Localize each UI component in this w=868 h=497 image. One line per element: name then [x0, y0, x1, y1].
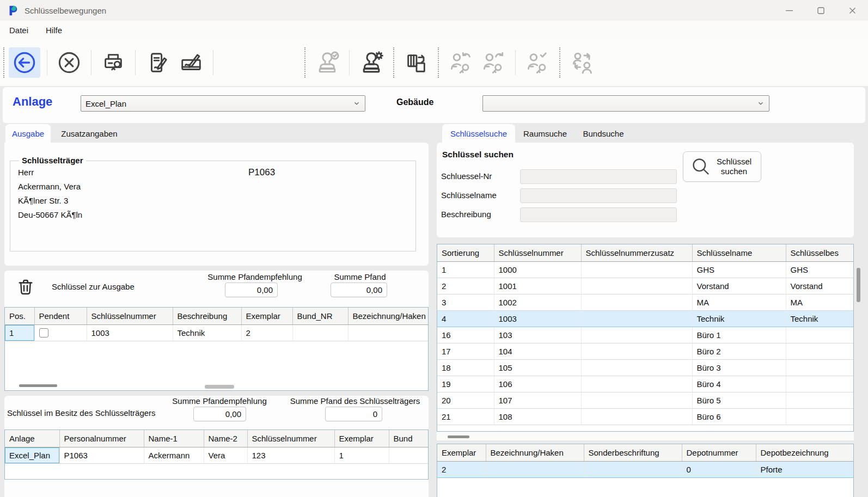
table-cell	[348, 324, 428, 341]
column-header[interactable]: Beschreibung	[173, 308, 241, 324]
table-cell: 18	[437, 359, 494, 376]
column-header[interactable]: Pendent	[34, 308, 87, 324]
table-cell	[581, 408, 692, 425]
table-cell	[786, 327, 854, 343]
tab-schluesselsuche[interactable]: Schlüsselsuche	[442, 124, 515, 143]
copy-swap-button[interactable]	[401, 47, 431, 78]
poss-sum-pfand-value: 0	[373, 409, 377, 419]
column-header[interactable]: Pos.	[5, 308, 34, 324]
tab-ausgabe[interactable]: Ausgabe	[5, 124, 51, 143]
column-header[interactable]: Name-2	[204, 430, 247, 447]
key-transfer-icon	[570, 50, 595, 75]
column-header[interactable]: Sonderbeschriftung	[584, 444, 682, 461]
table-row[interactable]: Excel_PlanP1063AckermannVera1231	[5, 447, 428, 463]
table-row[interactable]: 20Pforte	[437, 461, 854, 477]
menu-hilfe[interactable]: Hilfe	[44, 24, 64, 36]
tab-zusatzangaben[interactable]: Zusatzangaben	[51, 124, 128, 143]
search-heading: Schlüssel suchen	[442, 150, 514, 159]
table-cell: Büro 2	[692, 343, 786, 359]
table-row[interactable]: 20107Büro 5	[437, 392, 854, 408]
beschreibung-input[interactable]	[520, 207, 677, 222]
schluesselname-input[interactable]	[520, 188, 677, 203]
column-header[interactable]: Schlüsselbes	[786, 244, 854, 261]
column-header[interactable]: Exemplar	[241, 308, 292, 324]
table-cell: 17	[437, 343, 494, 359]
table-row[interactable]: 18105Büro 3	[437, 359, 854, 376]
issue-grid-hscrollbar[interactable]	[19, 384, 57, 387]
column-header[interactable]: Exemplar	[437, 444, 486, 461]
table-cell: GHS	[692, 261, 786, 278]
key-search-card: Schlüssel suchen Schluessel-Nr Schlüssel…	[437, 143, 854, 237]
print-key-button[interactable]	[98, 47, 129, 78]
sign-document-button[interactable]	[142, 47, 173, 78]
menu-datei[interactable]: Datei	[7, 24, 30, 36]
tab-bundsuche[interactable]: Bundsuche	[575, 124, 632, 143]
table-row[interactable]: 31002MAMA	[437, 294, 854, 310]
grid-table: AnlagePersonalnummerName-1Name-2Schlüsse…	[5, 430, 428, 464]
table-cell: 1002	[494, 294, 581, 310]
poss-sum-pfandempfehlung-value: 0,00	[225, 409, 241, 419]
column-header[interactable]: Depotbezeichnung	[756, 444, 854, 461]
column-header[interactable]: Bund	[389, 430, 428, 447]
close-button[interactable]	[836, 0, 868, 21]
sum-pfandempfehlung-value: 0,00	[257, 285, 273, 294]
back-button[interactable]	[9, 47, 40, 78]
table-cell: P1063	[59, 447, 144, 463]
poss-sum-pfandempfehlung-field[interactable]: 0,00	[193, 407, 246, 421]
results-grid-hscrollbar[interactable]	[448, 435, 469, 438]
results-grid-vscrollbar[interactable]	[857, 268, 860, 302]
panel-splitter[interactable]	[205, 385, 234, 389]
table-row[interactable]: 41003TechnikTechnik	[437, 310, 854, 327]
table-row[interactable]: 21108Büro 6	[437, 408, 854, 425]
table-cell: 103	[494, 327, 581, 343]
column-header[interactable]: Personalnummer	[59, 430, 144, 447]
sum-pfand-value: 0,00	[366, 285, 382, 294]
column-header[interactable]: Schlüsselnummerzusatz	[581, 244, 692, 261]
sum-pfandempfehlung-field[interactable]: 0,00	[225, 283, 278, 297]
search-keys-button[interactable]: Schlüssel suchen	[683, 151, 761, 182]
stamp-settings-button[interactable]	[356, 47, 387, 78]
table-row[interactable]: 19106Büro 4	[437, 376, 854, 392]
title-bar: Schlüsselbewegungen	[0, 0, 868, 21]
filters-panel: Anlage Excel_Plan Gebäude	[3, 87, 865, 123]
cancel-button[interactable]	[54, 47, 84, 78]
table-row[interactable]: 11003Technik2	[5, 324, 428, 341]
table-cell: Büro 5	[692, 392, 786, 408]
column-header[interactable]: Schlüsselname	[692, 244, 786, 261]
tab-raumsuche[interactable]: Raumsuche	[515, 124, 575, 143]
gebaeude-select[interactable]	[482, 95, 769, 112]
column-header[interactable]: Anlage	[5, 430, 59, 447]
table-cell: 1	[5, 324, 34, 341]
column-header[interactable]: Schlüsselnummer	[247, 430, 334, 447]
schluessel-nr-input[interactable]	[520, 169, 677, 184]
app-logo-icon	[7, 4, 19, 16]
pendent-checkbox[interactable]	[39, 328, 48, 338]
column-header[interactable]: Schlüsselnummer	[87, 308, 173, 324]
column-header[interactable]: Bezeichnung/Haken	[486, 444, 584, 461]
key-confirm-button	[522, 47, 553, 78]
table-cell: 123	[247, 447, 334, 463]
column-header[interactable]: Sortierung	[437, 244, 494, 261]
sum-pfand-field[interactable]: 0,00	[331, 283, 387, 297]
signature-pad-button[interactable]	[176, 47, 206, 78]
window-controls	[773, 0, 868, 21]
table-row[interactable]: 16103Büro 1	[437, 327, 854, 343]
table-cell	[786, 359, 854, 376]
table-row[interactable]: 21001VorstandVorstand	[437, 278, 854, 294]
poss-sum-pfand-field[interactable]: 0	[325, 407, 382, 421]
table-row[interactable]: 11000GHSGHS	[437, 261, 854, 278]
maximize-button[interactable]	[805, 0, 836, 21]
column-header[interactable]: Depotnummer	[682, 444, 756, 461]
toolbar-grip[interactable]	[3, 47, 4, 78]
minimize-button[interactable]	[773, 0, 805, 21]
column-header[interactable]: Schlüsselnummer	[494, 244, 581, 261]
column-header[interactable]: Bezeichnung/Haken	[348, 308, 428, 324]
anlage-select[interactable]: Excel_Plan	[81, 95, 365, 112]
chevron-down-icon	[757, 100, 765, 107]
toolbar-group-separator	[559, 47, 560, 78]
column-header[interactable]: Exemplar	[334, 430, 389, 447]
table-row[interactable]: 17104Büro 2	[437, 343, 854, 359]
column-header[interactable]: Name-1	[144, 430, 204, 447]
delete-button[interactable]	[14, 275, 37, 298]
column-header[interactable]: Bund_NR	[292, 308, 348, 324]
